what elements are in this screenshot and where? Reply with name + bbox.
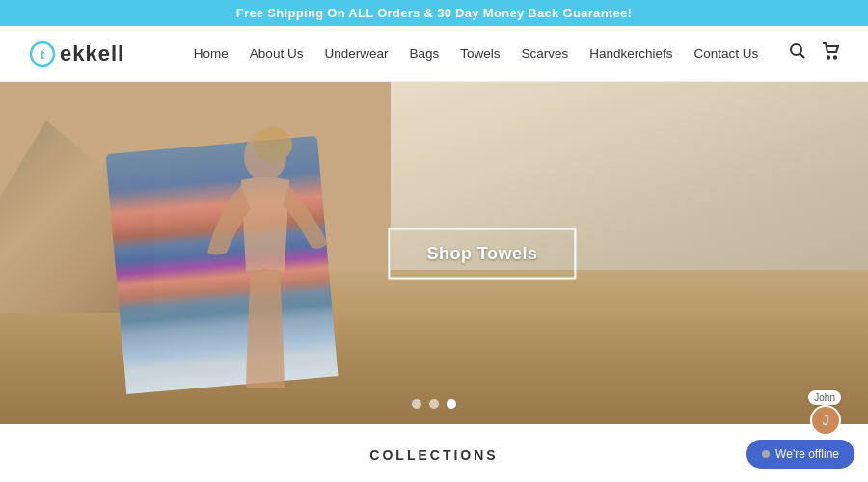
nav-bags[interactable]: Bags xyxy=(409,46,439,61)
carousel-dot-2[interactable] xyxy=(429,399,439,409)
svg-point-5 xyxy=(834,56,836,58)
shop-towels-button[interactable]: Shop Towels xyxy=(388,228,576,279)
chat-widget: John J We're offline xyxy=(746,440,854,469)
chat-status-dot xyxy=(762,450,770,458)
collections-section: COLLECTIONS xyxy=(0,424,868,482)
nav-about[interactable]: About Us xyxy=(250,46,304,61)
carousel-dot-3[interactable] xyxy=(447,399,456,409)
chat-agent-name: John xyxy=(808,390,841,405)
logo-icon: t xyxy=(29,40,56,67)
svg-line-3 xyxy=(800,54,805,59)
svg-point-2 xyxy=(791,44,801,55)
chat-button[interactable]: We're offline xyxy=(746,440,854,469)
chat-status-label: We're offline xyxy=(775,447,839,461)
nav-scarves[interactable]: Scarves xyxy=(521,46,568,61)
banner-text: Free Shipping On ALL Orders & 30 Day Mon… xyxy=(236,6,632,20)
cart-icon[interactable] xyxy=(822,42,839,65)
search-icon[interactable] xyxy=(789,42,806,65)
svg-text:t: t xyxy=(41,47,45,62)
nav-home[interactable]: Home xyxy=(194,46,229,61)
carousel-dots xyxy=(412,399,456,409)
nav-handkerchiefs[interactable]: Handkerchiefs xyxy=(589,46,672,61)
hero-section: Shop Towels xyxy=(0,82,868,424)
svg-point-4 xyxy=(827,56,829,58)
logo-text: ekkell xyxy=(60,41,124,67)
carousel-dot-1[interactable] xyxy=(412,399,421,409)
chat-avatar: J xyxy=(810,405,841,436)
nav-towels[interactable]: Towels xyxy=(460,46,500,61)
nav-underwear[interactable]: Underwear xyxy=(324,46,388,61)
hero-figure xyxy=(188,118,342,397)
header: t ekkell Home About Us Underwear Bags To… xyxy=(0,26,868,82)
header-icons xyxy=(789,42,839,65)
cta-label: Shop Towels xyxy=(426,243,537,262)
nav-contact[interactable]: Contact Us xyxy=(694,46,759,61)
logo[interactable]: t ekkell xyxy=(29,40,124,67)
svg-point-7 xyxy=(254,127,292,162)
promotional-banner: Free Shipping On ALL Orders & 30 Day Mon… xyxy=(0,0,868,26)
main-nav: Home About Us Underwear Bags Towels Scar… xyxy=(163,46,789,61)
collections-title: COLLECTIONS xyxy=(369,447,498,463)
